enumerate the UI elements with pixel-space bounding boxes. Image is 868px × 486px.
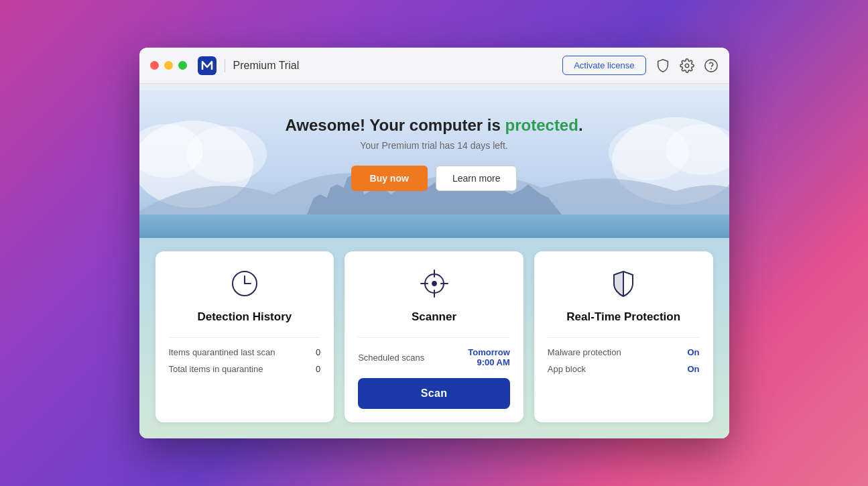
hero-buttons: Buy now Learn more	[153, 166, 716, 191]
shield-half-icon	[607, 267, 639, 300]
clock-icon	[229, 267, 261, 300]
help-icon[interactable]	[704, 58, 719, 73]
total-quarantine-label: Total items in quarantine	[169, 364, 263, 374]
svg-point-1	[685, 64, 689, 68]
app-title: Premium Trial	[233, 60, 300, 72]
hero-title-prefix: Awesome! Your computer is	[285, 116, 505, 134]
crosshair-icon	[418, 267, 450, 300]
total-quarantine-value: 0	[316, 364, 320, 374]
detection-history-row-0: Items quarantined last scan 0	[169, 347, 321, 357]
cards-section: Detection History Items quarantined last…	[139, 238, 729, 438]
hero-subtitle: Your Premium trial has 14 days left.	[153, 140, 716, 151]
detection-history-icon-area	[169, 267, 321, 300]
svg-rect-0	[198, 56, 216, 75]
real-time-protection-icon-area	[548, 267, 700, 300]
maximize-button[interactable]	[178, 61, 187, 70]
scanner-title: Scanner	[358, 310, 510, 324]
malware-protection-value: On	[687, 347, 699, 357]
detection-history-title: Detection History	[169, 310, 321, 324]
svg-rect-11	[139, 215, 729, 238]
detection-history-row-1: Total items in quarantine 0	[169, 364, 321, 374]
scheduled-scans-row: Scheduled scans Tomorrow9:00 AM	[358, 347, 510, 367]
titlebar-actions: Activate license	[562, 56, 718, 75]
scanner-card: Scanner Scheduled scans Tomorrow9:00 AM …	[345, 251, 523, 422]
malware-protection-label: Malware protection	[548, 347, 621, 357]
app-block-label: App block	[548, 364, 586, 374]
app-logo-icon	[198, 56, 216, 75]
app-block-row: App block On	[548, 364, 700, 374]
scheduled-scans-value: Tomorrow9:00 AM	[468, 347, 510, 367]
gear-icon[interactable]	[680, 58, 694, 73]
minimize-button[interactable]	[164, 61, 173, 70]
scanner-icon-area	[358, 267, 510, 300]
quarantined-last-scan-value: 0	[316, 347, 320, 357]
svg-point-20	[432, 282, 436, 286]
hero-title: Awesome! Your computer is protected.	[153, 116, 716, 135]
activate-license-button[interactable]: Activate license	[562, 56, 645, 75]
hero-title-highlight: protected	[505, 116, 578, 134]
hero-title-suffix: .	[578, 116, 583, 134]
buy-now-button[interactable]: Buy now	[351, 166, 428, 191]
scanner-rows: Scheduled scans Tomorrow9:00 AM	[358, 337, 510, 367]
real-time-protection-card: Real-Time Protection Malware protection …	[534, 251, 713, 422]
quarantined-last-scan-label: Items quarantined last scan	[169, 347, 275, 357]
app-logo: Premium Trial	[198, 56, 300, 75]
logo-divider	[225, 59, 225, 72]
shield-icon[interactable]	[656, 58, 670, 73]
window-controls	[150, 61, 187, 70]
malware-protection-row: Malware protection On	[548, 347, 700, 357]
hero-section: Awesome! Your computer is protected. You…	[139, 84, 729, 238]
detection-history-rows: Items quarantined last scan 0 Total item…	[169, 337, 321, 374]
titlebar: Premium Trial Activate license	[139, 48, 729, 84]
learn-more-button[interactable]: Learn more	[436, 166, 517, 191]
scan-button[interactable]: Scan	[358, 378, 510, 409]
real-time-protection-title: Real-Time Protection	[548, 310, 700, 324]
scheduled-scans-label: Scheduled scans	[358, 353, 424, 363]
main-window: Premium Trial Activate license	[139, 48, 729, 438]
svg-point-2	[704, 59, 717, 71]
detection-history-card: Detection History Items quarantined last…	[156, 251, 334, 422]
app-block-value: On	[687, 364, 699, 374]
real-time-protection-rows: Malware protection On App block On	[548, 337, 700, 374]
close-button[interactable]	[150, 61, 159, 70]
